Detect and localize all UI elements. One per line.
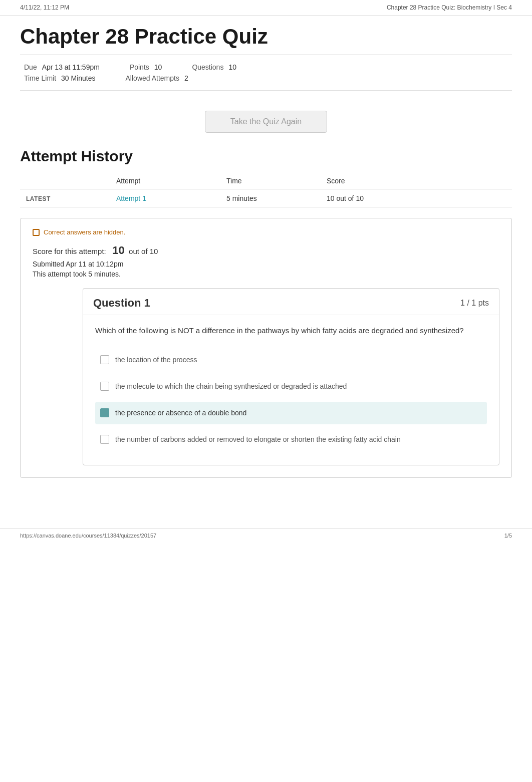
question-1-title: Question 1: [93, 297, 150, 310]
points-label: Points: [130, 63, 149, 71]
attempt-history-table: Attempt Time Score LATEST Attempt 1 5 mi…: [20, 173, 512, 208]
attempt-1-link[interactable]: Attempt 1: [116, 194, 146, 202]
topbar-course-title: Chapter 28 Practice Quiz: Biochemistry I…: [387, 4, 512, 11]
attempt-took-line: This attempt took 5 minutes.: [33, 270, 499, 278]
score-number: 10: [112, 244, 124, 256]
answer-option-2[interactable]: the molecule to which the chain being sy…: [95, 375, 487, 398]
score-suffix: out of 10: [129, 247, 158, 255]
answer-checkbox-2: [100, 382, 109, 391]
question-1-text: Which of the following is NOT a differen…: [95, 325, 487, 337]
timelimit-label: Time Limit: [24, 74, 56, 82]
footer-page: 1/5: [504, 533, 512, 539]
question-1-pts: 1 / 1 pts: [460, 299, 489, 308]
answer-option-3[interactable]: the presence or absence of a double bond: [95, 402, 487, 424]
attempt-detail-box: Correct answers are hidden. Score for th…: [20, 218, 512, 478]
latest-badge: LATEST: [26, 195, 51, 202]
col-header-score: Score: [321, 173, 512, 189]
answer-text-1: the location of the process: [115, 355, 197, 365]
col-header-time: Time: [220, 173, 321, 189]
footer: https://canvas.doane.edu/courses/11384/q…: [0, 528, 532, 543]
answer-checkbox-1: [100, 355, 109, 364]
correct-answers-notice: Correct answers are hidden.: [33, 228, 499, 236]
points-value: 10: [154, 63, 162, 71]
quiz-meta: Due Apr 13 at 11:59pm Points 10 Question…: [20, 55, 512, 91]
table-row: LATEST Attempt 1 5 minutes 10 out of 10: [20, 189, 512, 208]
submitted-line: Submitted Apr 11 at 10:12pm: [33, 260, 499, 268]
question-1-body: Which of the following is NOT a differen…: [83, 315, 499, 465]
question-1-header: Question 1 1 / 1 pts: [83, 289, 499, 315]
footer-url: https://canvas.doane.edu/courses/11384/q…: [20, 533, 156, 539]
answer-option-4[interactable]: the number of carbons added or removed t…: [95, 428, 487, 451]
attempt-time: 5 minutes: [220, 189, 321, 208]
questions-label: Questions: [192, 63, 223, 71]
answer-checkbox-4: [100, 435, 109, 444]
timelimit-value: 30 Minutes: [61, 74, 95, 82]
topbar-datetime: 4/11/22, 11:12 PM: [20, 4, 69, 11]
allowed-value: 2: [184, 74, 188, 82]
answer-text-4: the number of carbons added or removed t…: [115, 434, 401, 445]
answer-option-1[interactable]: the location of the process: [95, 349, 487, 371]
attempt-history-title: Attempt History: [20, 148, 512, 165]
col-header-attempt: Attempt: [110, 173, 220, 189]
allowed-label: Allowed Attempts: [126, 74, 179, 82]
due-label: Due: [24, 63, 37, 71]
correct-answers-text: Correct answers are hidden.: [44, 228, 125, 236]
take-quiz-button[interactable]: Take the Quiz Again: [205, 111, 327, 133]
attempt-score: 10 out of 10: [321, 189, 512, 208]
col-header-blank: [20, 173, 110, 189]
questions-value: 10: [228, 63, 236, 71]
answer-text-3: the presence or absence of a double bond: [115, 408, 246, 418]
question-1-container: Question 1 1 / 1 pts Which of the follow…: [83, 288, 499, 465]
score-line: Score for this attempt: 10 out of 10: [33, 244, 499, 257]
page-title: Chapter 28 Practice Quiz: [20, 16, 512, 55]
notice-icon: [33, 229, 40, 236]
answer-checkbox-3: [100, 408, 109, 417]
due-value: Apr 13 at 11:59pm: [42, 63, 100, 71]
score-prefix: Score for this attempt:: [33, 247, 106, 255]
answer-text-2: the molecule to which the chain being sy…: [115, 381, 347, 392]
